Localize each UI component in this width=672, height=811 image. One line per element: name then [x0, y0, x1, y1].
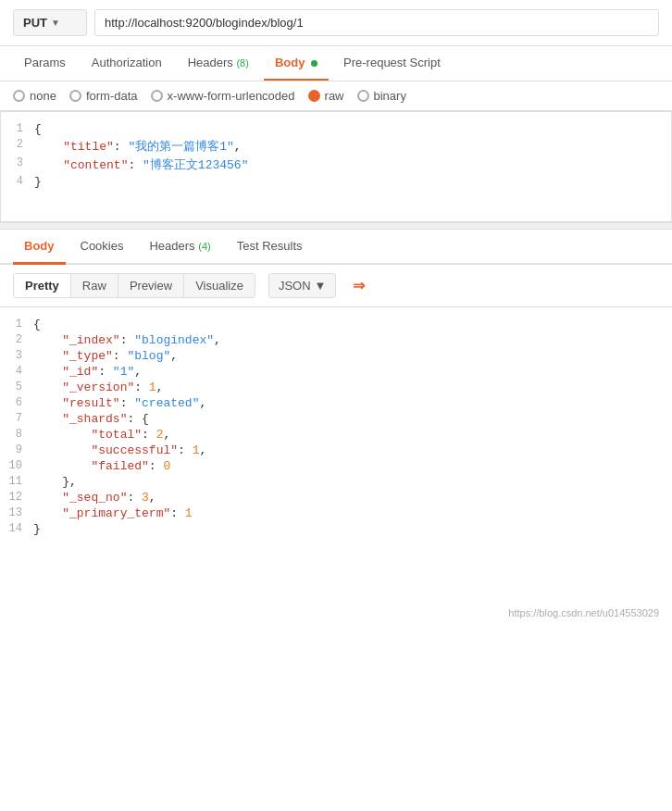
radio-none[interactable]: none [13, 89, 56, 103]
response-line: 8 "total": 2, [0, 427, 672, 443]
format-chevron-icon: ▼ [315, 279, 327, 293]
watermark: https://blog.csdn.net/u014553029 [0, 604, 672, 622]
line-number: 10 [0, 459, 33, 472]
request-line: 4} [1, 174, 671, 190]
radio-urlencoded[interactable]: x-www-form-urlencoded [151, 89, 295, 103]
body-dot [311, 60, 317, 67]
line-number: 4 [1, 175, 34, 188]
response-line: 9 "successful": 1, [0, 443, 672, 458]
tab-pre-request[interactable]: Pre-request Script [332, 46, 452, 81]
line-number: 1 [0, 318, 33, 331]
tab-authorization[interactable]: Authorization [81, 46, 173, 81]
request-line: 1{ [1, 121, 671, 137]
response-body: 1{2 "_index": "blogindex",3 "_type": "bl… [0, 307, 672, 604]
body-type-selector: none form-data x-www-form-urlencoded raw… [0, 81, 672, 111]
url-bar: PUT ▼ [0, 0, 672, 46]
view-btn-pretty[interactable]: Pretty [14, 274, 71, 297]
response-line: 11 }, [0, 474, 672, 490]
line-number: 8 [0, 428, 33, 441]
method-chevron-icon: ▼ [51, 18, 60, 28]
line-number: 9 [0, 443, 33, 456]
format-select[interactable]: JSON ▼ [268, 273, 337, 298]
line-number: 7 [0, 412, 33, 425]
response-line: 1{ [0, 317, 672, 332]
response-tabs: Body Cookies Headers (4) Test Results [0, 230, 672, 265]
line-number: 6 [0, 396, 33, 409]
response-line: 4 "_id": "1", [0, 364, 672, 380]
radio-raw-circle [308, 90, 320, 102]
headers-badge: (8) [236, 57, 248, 69]
resp-tab-cookies[interactable]: Cookies [69, 230, 135, 265]
section-divider [0, 222, 672, 230]
view-btn-visualize[interactable]: Visualize [184, 274, 255, 297]
wrap-icon: ⇒ [353, 278, 365, 293]
line-number: 12 [0, 491, 33, 504]
response-line: 5 "_version": 1, [0, 380, 672, 395]
line-number: 4 [0, 365, 33, 378]
method-select[interactable]: PUT ▼ [13, 9, 87, 36]
view-buttons: Pretty Raw Preview Visualize [13, 273, 255, 298]
line-number: 2 [0, 333, 33, 346]
response-line: 13 "_primary_term": 1 [0, 505, 672, 521]
wrap-button[interactable]: ⇒ [345, 272, 372, 299]
response-line: 6 "result": "created", [0, 395, 672, 411]
radio-binary[interactable]: binary [357, 89, 406, 103]
url-input[interactable] [94, 9, 659, 36]
line-number: 5 [0, 381, 33, 393]
tab-headers[interactable]: Headers (8) [177, 46, 260, 81]
radio-binary-circle [357, 90, 369, 102]
line-number: 13 [0, 506, 33, 519]
radio-raw[interactable]: raw [308, 89, 344, 103]
line-number: 11 [0, 475, 33, 488]
view-bar: Pretty Raw Preview Visualize JSON ▼ ⇒ [0, 265, 672, 307]
response-line: 3 "_type": "blog", [0, 348, 672, 364]
line-number: 3 [1, 156, 34, 169]
response-line: 2 "_index": "blogindex", [0, 332, 672, 348]
radio-none-circle [13, 90, 25, 102]
resp-tab-headers[interactable]: Headers (4) [138, 230, 221, 265]
line-number: 2 [1, 138, 34, 151]
radio-urlencoded-circle [151, 90, 163, 102]
method-label: PUT [23, 16, 47, 30]
radio-form-data[interactable]: form-data [69, 89, 138, 103]
request-line: 3 "content": "博客正文123456" [1, 156, 671, 174]
request-line: 2 "title": "我的第一篇博客1", [1, 137, 671, 156]
response-line: 14} [0, 521, 672, 537]
resp-tab-test-results[interactable]: Test Results [226, 230, 314, 265]
response-line: 10 "failed": 0 [0, 458, 672, 474]
request-tabs: Params Authorization Headers (8) Body Pr… [0, 46, 672, 81]
resp-tab-body[interactable]: Body [13, 230, 66, 265]
line-number: 3 [0, 349, 33, 362]
line-number: 14 [0, 522, 33, 535]
view-btn-raw[interactable]: Raw [71, 274, 118, 297]
response-line: 12 "_seq_no": 3, [0, 490, 672, 505]
response-section: Body Cookies Headers (4) Test Results Pr… [0, 230, 672, 604]
line-number: 1 [1, 122, 34, 135]
tab-body[interactable]: Body [264, 46, 329, 81]
resp-headers-badge: (4) [198, 241, 210, 252]
radio-form-data-circle [69, 90, 81, 102]
tab-params[interactable]: Params [13, 46, 77, 81]
request-body-editor[interactable]: 1{2 "title": "我的第一篇博客1",3 "content": "博客… [0, 111, 672, 222]
response-line: 7 "_shards": { [0, 411, 672, 427]
view-btn-preview[interactable]: Preview [118, 274, 184, 297]
